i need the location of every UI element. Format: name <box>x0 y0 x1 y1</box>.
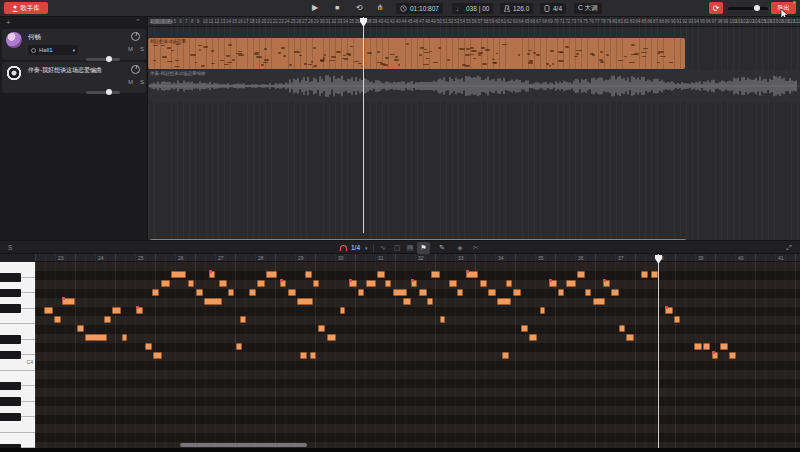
midi-note[interactable] <box>585 289 591 296</box>
layers-tool[interactable]: ▤ <box>404 244 416 252</box>
midi-note[interactable] <box>204 298 222 305</box>
midi-note[interactable] <box>431 271 440 278</box>
black-key[interactable] <box>0 335 21 344</box>
solo-button[interactable]: S <box>140 79 144 85</box>
midi-note[interactable] <box>619 325 625 332</box>
export-button[interactable]: 导出 <box>771 2 796 14</box>
midi-note[interactable] <box>641 271 648 278</box>
piano-roll-scrollbar[interactable] <box>180 443 307 447</box>
midi-note[interactable] <box>196 289 203 296</box>
pencil-tool[interactable]: ✎ <box>436 244 448 252</box>
audio-clip[interactable]: 伴奏-我好想谈这场恋爱编曲 <box>148 70 800 102</box>
midi-note[interactable] <box>549 280 557 287</box>
black-key[interactable] <box>0 397 21 406</box>
midi-note[interactable] <box>171 271 186 278</box>
midi-note[interactable] <box>377 271 385 278</box>
midi-note[interactable] <box>122 334 127 341</box>
snap-magnet-icon[interactable] <box>340 245 347 251</box>
piano-roll-playhead[interactable] <box>658 254 659 448</box>
midi-note[interactable] <box>540 307 545 314</box>
midi-note[interactable] <box>349 280 357 287</box>
midi-note[interactable] <box>340 307 345 314</box>
black-key[interactable] <box>0 413 21 422</box>
midi-note[interactable] <box>240 316 246 323</box>
midi-note[interactable] <box>153 352 162 359</box>
midi-note[interactable] <box>466 271 478 278</box>
midi-note[interactable] <box>720 343 728 350</box>
midi-note[interactable] <box>626 334 634 341</box>
midi-note[interactable] <box>694 343 702 350</box>
midi-note[interactable] <box>497 298 511 305</box>
midi-note[interactable] <box>104 316 111 323</box>
midi-note[interactable] <box>236 343 242 350</box>
collapse-panel-icon[interactable]: ⌃ <box>135 18 141 26</box>
midi-note[interactable] <box>288 289 296 296</box>
volume-thumb[interactable] <box>754 5 760 11</box>
midi-note[interactable] <box>665 307 673 314</box>
midi-note[interactable] <box>219 280 227 287</box>
pan-knob[interactable] <box>131 32 140 41</box>
midi-note[interactable] <box>440 316 445 323</box>
midi-note[interactable] <box>266 271 277 278</box>
mute-button[interactable]: M <box>128 46 133 52</box>
midi-note[interactable] <box>85 334 107 341</box>
time-signature-chip[interactable]: 4/4 <box>540 3 566 14</box>
midi-note[interactable] <box>411 280 417 287</box>
loop-button[interactable]: ⟲ <box>353 2 365 14</box>
midi-note[interactable] <box>77 325 84 332</box>
midi-note[interactable] <box>228 289 234 296</box>
black-key[interactable] <box>0 289 21 298</box>
midi-note[interactable] <box>577 271 585 278</box>
midi-note[interactable] <box>651 271 658 278</box>
midi-note[interactable] <box>502 352 509 359</box>
midi-note[interactable] <box>488 289 496 296</box>
sync-button[interactable]: ⟳ <box>709 2 723 14</box>
beat-display-chip[interactable]: ♩ 038 | 00 <box>452 3 493 14</box>
track-row-vocal[interactable]: 何畅 Hall1 ▾ M S <box>2 29 146 60</box>
midi-note[interactable] <box>54 316 61 323</box>
midi-note[interactable] <box>297 298 313 305</box>
arrangement-playhead[interactable] <box>363 17 364 233</box>
piano-roll-ruler[interactable]: 23242526272829303132333435363738394041 <box>35 254 800 262</box>
midi-note[interactable] <box>703 343 710 350</box>
midi-note[interactable] <box>403 298 411 305</box>
midi-note[interactable] <box>136 307 143 314</box>
midi-note[interactable] <box>393 289 407 296</box>
track-volume-slider[interactable] <box>86 91 120 94</box>
black-key[interactable] <box>0 273 21 282</box>
midi-note[interactable] <box>566 280 576 287</box>
expand-editor-icon[interactable]: ⤢ <box>783 244 795 252</box>
track-row-audio[interactable]: 伴奏-我好想谈这场恋爱编曲 M S <box>2 62 146 93</box>
time-display-chip[interactable]: 01:10:807 <box>396 3 443 14</box>
midi-note[interactable] <box>318 325 325 332</box>
singer-library-button[interactable]: 歌手库 <box>4 2 48 14</box>
midi-note[interactable] <box>112 307 121 314</box>
midi-note[interactable] <box>300 352 307 359</box>
midi-note[interactable] <box>449 280 457 287</box>
midi-note[interactable] <box>366 280 376 287</box>
midi-note[interactable] <box>313 280 319 287</box>
midi-note[interactable] <box>529 334 537 341</box>
midi-note[interactable] <box>310 352 316 359</box>
metronome-button[interactable]: ⋔ <box>374 2 386 14</box>
singer-avatar[interactable] <box>6 32 22 48</box>
midi-note[interactable] <box>161 280 170 287</box>
midi-note[interactable] <box>611 289 619 296</box>
midi-note[interactable] <box>480 280 487 287</box>
black-key[interactable] <box>0 351 21 360</box>
solo-button[interactable]: S <box>140 46 144 52</box>
midi-note[interactable] <box>145 343 152 350</box>
track-volume-slider[interactable] <box>86 58 120 61</box>
midi-note[interactable] <box>712 352 718 359</box>
midi-note[interactable] <box>674 316 680 323</box>
track-volume-thumb[interactable] <box>106 89 112 95</box>
midi-note[interactable] <box>593 298 605 305</box>
midi-note[interactable] <box>513 289 521 296</box>
midi-note[interactable] <box>257 280 265 287</box>
midi-note[interactable] <box>521 325 528 332</box>
pan-knob[interactable] <box>131 65 140 74</box>
midi-note[interactable] <box>188 280 194 287</box>
preset-dropdown[interactable]: Hall1 ▾ <box>28 45 78 55</box>
black-key[interactable] <box>0 382 21 391</box>
midi-note[interactable] <box>358 289 364 296</box>
